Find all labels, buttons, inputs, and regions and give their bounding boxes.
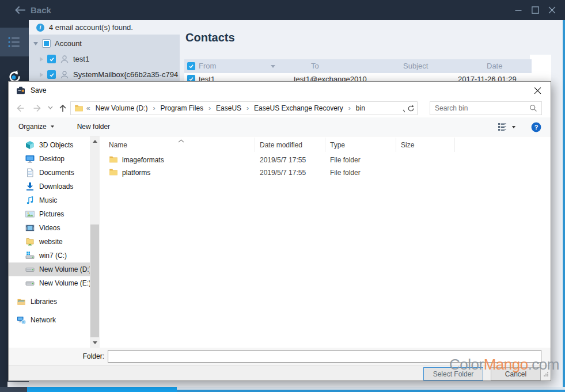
expander-down-icon[interactable] <box>33 42 38 45</box>
save-dialog: Save «New Volume (D:)›Program <box>8 81 551 381</box>
file-name-cell: platforms <box>100 168 255 178</box>
contacts-column-from[interactable]: From <box>199 62 216 70</box>
sidebar-item-label: Downloads <box>39 182 73 191</box>
address-bar[interactable]: «New Volume (D:)›Program Files›EaseUS›Ea… <box>70 101 412 115</box>
sidebar-item-label: New Volume (D:) <box>39 265 92 273</box>
refresh-button[interactable] <box>405 101 418 115</box>
tree-row-systemmailbox-c66b2a35-c794[interactable]: SystemMailbox{c66b2a35-c794 <box>29 67 180 82</box>
sidebar-item-documents[interactable]: Documents <box>9 166 100 180</box>
sidebar-item-label: website <box>39 238 63 246</box>
search-input[interactable] <box>430 104 529 112</box>
svg-text:?: ? <box>534 124 539 131</box>
dialog-nav-row: «New Volume (D:)›Program Files›EaseUS›Ea… <box>9 99 551 117</box>
file-list-header: NameDate modifiedTypeSize <box>100 138 551 152</box>
help-icon[interactable]: ? <box>531 122 541 132</box>
contacts-scroll-gutter <box>530 55 551 81</box>
sidebar-item-new-volume-d[interactable]: New Volume (D:) <box>9 262 100 276</box>
sidebar-item-pictures[interactable]: Pictures <box>9 207 100 221</box>
pictures-icon <box>25 210 35 219</box>
sidebar-item-new-volume-e[interactable]: New Volume (E:) <box>9 276 100 290</box>
breadcrumb-separator: › <box>348 104 351 112</box>
breadcrumb-separator: › <box>208 104 211 112</box>
column-header-label: Name <box>109 141 127 149</box>
file-row-imageformats[interactable]: imageformats2019/5/7 17:55File folder <box>100 154 551 166</box>
column-header-type[interactable]: Type <box>325 138 396 152</box>
view-mode-icon[interactable] <box>498 123 507 131</box>
column-header-size[interactable]: Size <box>396 138 455 152</box>
sidebar-item-label: Documents <box>39 169 74 177</box>
sidebar-item-videos[interactable]: Videos <box>9 221 100 235</box>
dialog-close-icon[interactable] <box>529 83 546 97</box>
sidebar-item-libraries[interactable]: Libraries <box>9 295 100 309</box>
network-icon <box>17 315 26 325</box>
breadcrumb-item-program-files[interactable]: Program Files <box>160 104 203 112</box>
sidebar-item-3d-objects[interactable]: 3D Objects <box>9 138 100 152</box>
contacts-column-date[interactable]: Date <box>487 62 502 70</box>
breadcrumb-item-easeus[interactable]: EaseUS <box>216 104 241 112</box>
breadcrumb-item-easeus-exchange-recovery[interactable]: EaseUS Exchange Recovery <box>254 104 343 112</box>
scrollbar-thumb[interactable] <box>90 224 99 337</box>
file-row-platforms[interactable]: platforms2019/5/7 17:55File folder <box>100 166 551 179</box>
sidebar-item-label: New Volume (E:) <box>39 279 91 287</box>
tree-root-label: Account <box>55 39 82 48</box>
nav-forward-icon[interactable] <box>33 104 42 113</box>
new-folder-button[interactable]: New folder <box>77 123 110 131</box>
column-header-date-modified[interactable]: Date modified <box>255 138 325 152</box>
breadcrumb-item-new-volume-d[interactable]: New Volume (D:) <box>96 104 148 112</box>
sidebar-item-label: 3D Objects <box>39 141 73 149</box>
address-folder-icon <box>74 104 84 113</box>
tree-row-test1[interactable]: test1 <box>29 51 180 67</box>
select-all-checkbox[interactable] <box>187 62 195 70</box>
organize-button[interactable]: Organize <box>18 123 54 131</box>
contacts-column-to[interactable]: To <box>311 62 319 70</box>
nav-up-icon[interactable] <box>58 104 67 113</box>
folder-label: Folder: <box>9 352 104 360</box>
sidebar-item-music[interactable]: Music <box>9 193 100 207</box>
account-checkbox[interactable] <box>42 39 51 48</box>
breadcrumb-item-bin[interactable]: bin <box>356 104 365 112</box>
column-header-label: Size <box>401 141 414 149</box>
sidebar-item-win7-c[interactable]: win7 (C:) <box>9 249 100 262</box>
tree-checkbox[interactable] <box>47 70 56 79</box>
breadcrumb-overflow[interactable]: « <box>86 104 90 112</box>
close-button[interactable] <box>548 6 556 14</box>
nav-history-chevron-icon[interactable] <box>48 106 53 110</box>
rail-item-mail-list[interactable] <box>0 28 29 56</box>
sidebar-scrollbar[interactable] <box>90 136 100 348</box>
dialog-body: 3D ObjectsDesktopDocumentsDownloadsMusic… <box>9 136 551 348</box>
app-titlebar: Back <box>0 0 565 20</box>
dialog-sidebar: 3D ObjectsDesktopDocumentsDownloadsMusic… <box>9 136 100 348</box>
doc-icon <box>25 168 35 177</box>
drive-win-icon <box>25 251 35 260</box>
tree-checkbox[interactable] <box>47 55 56 63</box>
sidebar-item-downloads[interactable]: Downloads <box>9 180 100 193</box>
column-dropdown-icon[interactable] <box>271 65 275 68</box>
watermark-gray: Color <box>449 356 484 373</box>
folder-icon <box>109 155 118 166</box>
music-icon <box>25 196 35 205</box>
scroll-up-icon[interactable] <box>90 136 100 146</box>
sidebar-item-desktop[interactable]: Desktop <box>9 152 100 166</box>
back-button[interactable]: Back <box>15 5 51 15</box>
view-mode-caret-icon[interactable] <box>512 126 515 128</box>
sidebar-item-label: Desktop <box>39 155 65 163</box>
desktop-icon <box>25 154 35 163</box>
contacts-table-header: FromToSubjectDate <box>184 59 532 73</box>
cube-icon <box>25 140 35 150</box>
progress-navy-segment <box>0 387 27 392</box>
search-icon[interactable] <box>529 104 537 112</box>
expander-right-icon[interactable] <box>40 57 43 62</box>
file-name-label: platforms <box>122 169 150 177</box>
column-header-name[interactable]: Name <box>100 138 255 152</box>
sidebar-item-website[interactable]: website <box>9 235 100 249</box>
sidebar-item-label: Music <box>39 196 57 204</box>
sidebar-item-network[interactable]: Network <box>9 313 100 327</box>
expander-right-icon[interactable] <box>40 73 43 77</box>
minimize-button[interactable] <box>514 6 522 14</box>
contacts-column-subject[interactable]: Subject <box>403 62 428 70</box>
scroll-down-icon[interactable] <box>90 338 100 348</box>
nav-back-icon[interactable] <box>16 104 25 113</box>
maximize-button[interactable] <box>531 6 539 14</box>
tree-row-account[interactable]: Account <box>29 36 180 51</box>
file-date-cell: 2019/5/7 17:55 <box>255 169 325 177</box>
